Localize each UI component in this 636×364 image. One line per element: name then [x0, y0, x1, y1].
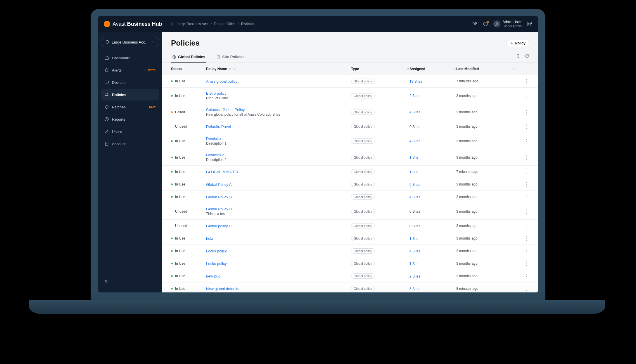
policy-name-link[interactable]: hola — [206, 236, 351, 241]
apps-icon[interactable] — [527, 21, 532, 27]
policy-name-link[interactable]: new bug — [206, 274, 351, 278]
bell-icon — [104, 68, 109, 72]
settings-icon[interactable] — [472, 21, 478, 27]
breadcrumb-site[interactable]: Prague Office — [214, 22, 236, 26]
breadcrumb-current: Policies — [241, 22, 254, 26]
status-dot-icon — [171, 157, 173, 158]
sort-icon[interactable] — [512, 67, 515, 70]
tab-site-policies[interactable]: Site Policies — [215, 52, 246, 63]
last-modified: 3 months ago — [456, 224, 515, 228]
type-badge: Global policy — [351, 79, 375, 84]
breadcrumb-account[interactable]: Large Business Acc. — [177, 22, 209, 26]
policy-name-link[interactable]: Demicko — [206, 136, 351, 141]
table-row: In Use Ana's global policy Global policy… — [162, 75, 538, 88]
type-badge: Global policy — [351, 93, 375, 98]
assigned-link[interactable]: 1 Site — [409, 170, 419, 174]
table-row: In Use GLOBAL-MASTER Global policy 1 Sit… — [162, 166, 538, 178]
nav-dashboard[interactable]: Dashboard — [101, 52, 159, 64]
policy-name-link[interactable]: Defaults-Pavel — [206, 124, 351, 129]
assigned-link[interactable]: 1 Site — [409, 262, 419, 266]
breadcrumbs: Large Business Acc. / Prague Office / Po… — [171, 22, 255, 26]
policy-name-link[interactable]: New global defaults — [206, 287, 351, 291]
col-modified: Last Modified — [456, 67, 515, 71]
topbar: Avast Business Hub Large Business Acc. /… — [98, 16, 538, 32]
text-cursor-icon[interactable] — [516, 54, 521, 58]
last-modified: 8 minutes ago — [456, 287, 515, 291]
type-badge: Global policy — [351, 110, 375, 115]
svg-rect-7 — [105, 81, 108, 83]
search-icon[interactable] — [233, 67, 236, 70]
svg-point-0 — [474, 23, 476, 25]
sort-icon[interactable] — [407, 67, 409, 70]
type-badge: Global policy — [351, 169, 375, 174]
assigned-link[interactable]: 4 Sites — [409, 195, 420, 199]
assigned-link[interactable]: 6 Sites — [409, 183, 420, 187]
assigned-link[interactable]: 5 Sites — [409, 287, 420, 291]
nav-account[interactable]: Account — [101, 138, 159, 150]
globe-icon — [172, 55, 176, 59]
policy-name-link[interactable]: Global policy C — [206, 224, 351, 228]
svg-rect-5 — [530, 22, 532, 23]
policy-name-link[interactable]: Locks policy — [206, 249, 351, 253]
table-row: Edited Colorado Global Policy New global… — [162, 104, 538, 120]
home-icon — [104, 56, 109, 60]
policy-name-link[interactable]: Colorado Global Policy — [206, 108, 351, 112]
brand[interactable]: Avast Business Hub — [104, 21, 162, 27]
assigned-link[interactable]: 4 Sites — [409, 110, 420, 114]
status-dot-icon — [171, 80, 173, 82]
policy-name-link[interactable]: Global Policy B — [206, 195, 351, 199]
policy-name-link[interactable]: GLOBAL-MASTER — [206, 170, 351, 174]
nav-policies[interactable]: Policies — [101, 89, 159, 100]
type-badge: Global policy — [351, 223, 375, 228]
policy-name-link[interactable]: Demicko 2 — [206, 153, 351, 157]
chart-icon — [104, 117, 109, 122]
assigned-link[interactable]: 4 Sites — [409, 139, 420, 143]
type-badge: Global policy — [351, 261, 375, 266]
sort-icon[interactable] — [453, 67, 456, 70]
table-row: In Use Locks policy Global policy 4 Site… — [162, 245, 538, 257]
policy-name-link[interactable]: Global Policy B — [206, 207, 351, 211]
last-modified: 3 months ago — [456, 124, 515, 129]
user-menu[interactable]: Admin User Global Admin — [493, 20, 522, 28]
sidebar-collapse-toggle[interactable] — [101, 276, 159, 288]
add-policy-button[interactable]: Policy — [506, 39, 529, 47]
nav-users[interactable]: Users — [101, 126, 159, 137]
tab-global-policies[interactable]: Global Policies — [171, 52, 206, 63]
assigned-link[interactable]: 2 Sites — [409, 94, 420, 98]
refresh-icon[interactable] — [525, 54, 529, 58]
assigned-link[interactable]: 18 Sites — [409, 79, 422, 84]
nav-patches[interactable]: Patches NEW — [101, 101, 159, 113]
status-dot-icon — [171, 183, 173, 185]
assigned-link[interactable]: 4 Sites — [409, 249, 420, 253]
type-badge: Global policy — [351, 194, 375, 200]
svg-rect-13 — [105, 142, 108, 145]
policy-name-link[interactable]: Global Policy A — [206, 182, 351, 187]
assigned-link[interactable]: 1 Site — [409, 237, 419, 241]
assigned-link[interactable]: 1 Site — [409, 155, 419, 160]
help-icon[interactable] — [483, 21, 488, 27]
policy-name-link[interactable]: Bistro policy — [206, 91, 351, 96]
nav-reports[interactable]: Reports — [101, 113, 159, 125]
row-status: Unused — [171, 209, 206, 214]
table-row: Unused Defaults-Pavel Global policy 0 Si… — [162, 120, 538, 133]
sort-icon[interactable] — [229, 67, 231, 70]
shield-icon — [105, 40, 109, 44]
svg-point-16 — [234, 68, 235, 69]
type-badge: Global policy — [351, 209, 375, 214]
table-row: In Use hola Global policy 1 Site 3 month… — [162, 232, 538, 245]
policy-name-link[interactable]: Locks policy — [206, 261, 351, 266]
nav-devices[interactable]: Devices — [101, 77, 159, 88]
account-selector[interactable]: Large Business Acc. — [101, 37, 159, 47]
nav-alerts[interactable]: Alerts BETA — [101, 64, 159, 76]
row-status: In Use — [171, 287, 206, 291]
building-icon — [104, 141, 109, 146]
status-dot-icon — [171, 275, 173, 277]
patch-icon — [104, 105, 109, 109]
policy-description: New global policy for all of Ana's Color… — [206, 112, 351, 117]
policy-name-link[interactable]: Ana's global policy — [206, 79, 351, 84]
table-row: In Use Bistro policy Product Bistro Glob… — [162, 88, 538, 104]
svg-point-2 — [485, 25, 486, 25]
row-status: In Use — [171, 236, 206, 240]
svg-point-9 — [106, 95, 107, 96]
assigned-link[interactable]: 2 Sites — [409, 274, 420, 278]
